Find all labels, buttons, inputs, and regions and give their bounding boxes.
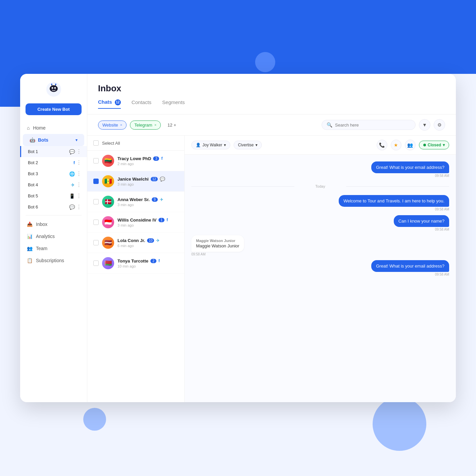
star-icon: ★ — [394, 142, 398, 148]
bot-list: Bot 1 💬 ⋮ Bot 2 f ⋮ Bot 3 🌐 ⋮ Bot 4 ✈ — [20, 146, 87, 212]
bot-item-6[interactable]: Bot 6 💬 ⋮ — [20, 201, 87, 212]
select-all-checkbox[interactable] — [93, 140, 99, 146]
filter-telegram[interactable]: Telegram × — [130, 121, 161, 130]
chat-item-2[interactable]: 🇸🇳 Janice Waelchi 12 💬 3 min ago — [87, 171, 184, 192]
tab-contacts-label: Contacts — [132, 99, 151, 105]
bot-6-more-icon[interactable]: ⋮ — [76, 204, 82, 210]
team-icon: 👥 — [27, 246, 33, 251]
chat-1-count: 3 — [153, 156, 159, 161]
status-badge[interactable]: Closed ▾ — [419, 141, 449, 149]
chat-5-time: 6 min ago — [117, 244, 178, 248]
subscriptions-icon: 📋 — [27, 258, 33, 263]
filter-more[interactable]: 12 + — [164, 121, 180, 129]
bot-3-more-icon[interactable]: ⋮ — [76, 171, 82, 177]
bot-2-more-icon[interactable]: ⋮ — [76, 159, 82, 166]
chat-3-avatar: 🇩🇰 — [102, 196, 114, 208]
chat-1-avatar: 🇱🇹 — [102, 155, 114, 167]
users-action-button[interactable]: 👥 — [405, 140, 416, 150]
content-area: Select All 🇱🇹 Tracy Lowe PhD 3 f 2 — [87, 136, 456, 402]
telegram-icon: ✈ — [71, 182, 75, 188]
bot-1-more-icon[interactable]: ⋮ — [76, 148, 82, 155]
sidebar-item-team[interactable]: 👥 Team — [20, 242, 87, 254]
chat-4-name: Willis Considine IV — [117, 218, 156, 223]
sidebar: Create New Bot ⌂ Home 🤖 Bots ▾ Bot 1 💬 — [20, 74, 87, 402]
phone-action-button[interactable]: 📞 — [377, 140, 387, 150]
bot-5-more-icon[interactable]: ⋮ — [76, 193, 82, 199]
chat-item-6[interactable]: 🇧🇾 Tonya Turcotte 2 f 10 min ago — [87, 253, 184, 274]
chat-2-platform-icon: 💬 — [160, 177, 165, 182]
message-1: Great! What is your email address? 09:58… — [191, 161, 449, 178]
message-4: Maggie Watson Junior Maggie Watson Junio… — [191, 235, 449, 256]
main-content: Inbox Chats 12 Contacts Segments Website… — [87, 74, 456, 402]
chat-3-checkbox[interactable] — [93, 199, 99, 204]
settings-button[interactable]: ⚙ — [434, 119, 445, 131]
chat-5-avatar: 🇱🇻 — [102, 237, 114, 249]
whatsapp-icon: 💬 — [69, 149, 75, 154]
sidebar-item-inbox[interactable]: 📥 Inbox — [20, 218, 87, 230]
message-2-time: 09:58 AM — [435, 207, 449, 211]
decorative-circle-top — [255, 52, 275, 72]
search-input[interactable] — [335, 123, 411, 128]
filter-icon: ▼ — [422, 122, 427, 128]
message-3-bubble: Can I know your name? — [394, 215, 449, 227]
message-2: Welcome to Tour and Travels. I am here t… — [191, 195, 449, 211]
star-action-button[interactable]: ★ — [391, 140, 401, 150]
chat-item-1[interactable]: 🇱🇹 Tracy Lowe PhD 3 f 2 min ago — [87, 151, 184, 171]
sidebar-logo — [20, 82, 87, 103]
tab-segments[interactable]: Segments — [162, 99, 185, 108]
sidebar-item-bots[interactable]: 🤖 Bots ▾ — [23, 134, 84, 146]
message-4-bubble: Maggie Watson Junior Maggie Watson Junio… — [191, 235, 244, 252]
inbox-icon: 📥 — [27, 222, 33, 227]
message-2-bubble: Welcome to Tour and Travels. I am here t… — [339, 195, 449, 207]
chat-item-4[interactable]: 🇮🇩 Willis Considine IV 1 f 3 min ago — [87, 212, 184, 233]
sidebar-item-bots-label: Bots — [38, 137, 48, 143]
chat-4-platform-icon: f — [166, 218, 168, 222]
sidebar-item-analytics[interactable]: 📊 Analytics — [20, 230, 87, 242]
chat-4-checkbox[interactable] — [93, 220, 99, 225]
filter-website[interactable]: Website × — [98, 121, 127, 130]
filter-button[interactable]: ▼ — [419, 119, 430, 131]
chat-item-5[interactable]: 🇱🇻 Lola Conn Jr. 10 ✈ 6 min ago — [87, 233, 184, 253]
agent-select[interactable]: 👤 Joy Walker ▾ — [191, 141, 230, 149]
bot-item-4[interactable]: Bot 4 ✈ ⋮ — [20, 179, 87, 190]
sidebar-item-inbox-label: Inbox — [36, 222, 47, 227]
sidebar-item-subscriptions[interactable]: 📋 Subscriptions — [20, 254, 87, 267]
bot-item-1[interactable]: Bot 1 💬 ⋮ — [20, 146, 87, 157]
tab-chats[interactable]: Chats 12 — [98, 99, 121, 109]
chat-6-count: 2 — [150, 259, 156, 263]
filter-telegram-label: Telegram — [134, 123, 152, 128]
message-5: Great! What is your email address? 09:58… — [191, 260, 449, 276]
create-bot-button[interactable]: Create New Bot — [26, 103, 82, 115]
bots-chevron-icon: ▾ — [76, 138, 78, 142]
chat-1-checkbox[interactable] — [93, 158, 99, 163]
chat-2-avatar: 🇸🇳 — [102, 175, 114, 187]
agent-icon: 👤 — [196, 143, 201, 147]
sidebar-item-home[interactable]: ⌂ Home — [20, 122, 87, 134]
search-box: 🔍 — [322, 120, 416, 130]
chat-5-checkbox[interactable] — [93, 240, 99, 245]
chat-5-name: Lola Conn Jr. — [117, 238, 145, 243]
chat-3-name: Anna Weber Sr. — [117, 197, 150, 202]
chat-6-name: Tonya Turcotte — [117, 258, 148, 264]
bot-4-more-icon[interactable]: ⋮ — [76, 182, 82, 188]
tab-contacts[interactable]: Contacts — [132, 99, 151, 108]
app-container: Create New Bot ⌂ Home 🤖 Bots ▾ Bot 1 💬 — [20, 74, 456, 402]
globe-icon: 🌐 — [69, 171, 75, 177]
chat-4-count: 1 — [158, 218, 164, 222]
bot-item-2[interactable]: Bot 2 f ⋮ — [20, 157, 87, 168]
filter-website-close-icon[interactable]: × — [120, 123, 122, 127]
bot-item-3[interactable]: Bot 3 🌐 ⋮ — [20, 168, 87, 179]
svg-point-7 — [55, 84, 56, 85]
team-select[interactable]: Civertise ▾ — [234, 141, 262, 149]
chat-item-3[interactable]: 🇩🇰 Anna Weber Sr. 9 ✈ 3 min ago — [87, 192, 184, 212]
chat-6-checkbox[interactable] — [93, 260, 99, 266]
team-chevron-icon: ▾ — [255, 143, 257, 147]
bot-item-5[interactable]: Bot 5 📱 ⋮ — [20, 190, 87, 201]
message-1-bubble: Great! What is your email address? — [371, 161, 449, 173]
chat-list-header: Select All — [87, 136, 184, 151]
chat-2-name: Janice Waelchi — [117, 177, 149, 182]
chat-1-time: 2 min ago — [117, 162, 178, 166]
chat-2-checkbox[interactable] — [93, 179, 99, 184]
filters-row: Website × Telegram × 12 + 🔍 ▼ ⚙ — [87, 114, 456, 136]
filter-telegram-close-icon[interactable]: × — [154, 123, 156, 127]
